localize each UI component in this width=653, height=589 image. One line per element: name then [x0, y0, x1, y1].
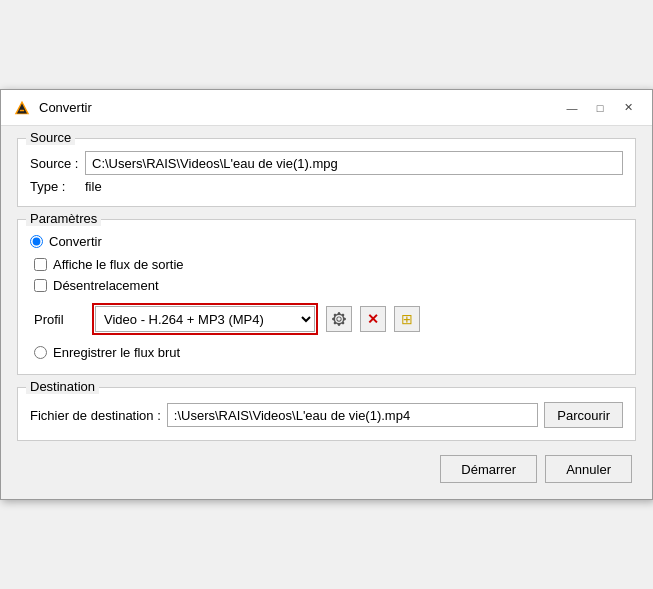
profil-delete-button[interactable]: ✕ [360, 306, 386, 332]
profil-label: Profil [34, 312, 84, 327]
desentrelacement-label: Désentrelacement [53, 278, 159, 293]
titlebar-left: Convertir [13, 99, 92, 117]
red-x-icon: ✕ [367, 311, 379, 327]
grid-icon: ⊞ [401, 311, 413, 327]
desentrelacement-checkbox-row: Désentrelacement [34, 278, 623, 293]
type-value: file [85, 179, 102, 194]
enregistrer-radio[interactable] [34, 346, 47, 359]
source-field-label: Source : [30, 156, 85, 171]
maximize-button[interactable]: □ [588, 98, 612, 118]
convertir-radio-row: Convertir [30, 234, 623, 249]
window-title: Convertir [39, 100, 92, 115]
type-label: Type : [30, 179, 85, 194]
source-section: Source Source : Type : file [17, 138, 636, 207]
destination-row: Fichier de destination : Parcourir [30, 402, 623, 428]
convertir-radio-label: Convertir [49, 234, 102, 249]
profil-select-wrapper: Video - H.264 + MP3 (MP4) Video - H.265 … [92, 303, 318, 335]
affiche-label: Affiche le flux de sortie [53, 257, 184, 272]
profil-gear-button[interactable] [326, 306, 352, 332]
svg-rect-2 [20, 109, 24, 110]
desentrelacement-checkbox[interactable] [34, 279, 47, 292]
affiche-checkbox[interactable] [34, 258, 47, 271]
close-button[interactable]: ✕ [616, 98, 640, 118]
annuler-button[interactable]: Annuler [545, 455, 632, 483]
destination-section: Destination Fichier de destination : Par… [17, 387, 636, 441]
enregistrer-label: Enregistrer le flux brut [53, 345, 180, 360]
profil-select[interactable]: Video - H.264 + MP3 (MP4) Video - H.265 … [95, 306, 315, 332]
type-row: Type : file [30, 179, 623, 194]
source-row: Source : [30, 151, 623, 175]
footer-buttons: Démarrer Annuler [17, 455, 636, 483]
affiche-checkbox-row: Affiche le flux de sortie [34, 257, 623, 272]
profil-row: Profil Video - H.264 + MP3 (MP4) Video -… [34, 303, 623, 335]
profil-grid-button[interactable]: ⊞ [394, 306, 420, 332]
titlebar: Convertir — □ ✕ [1, 90, 652, 126]
params-section-label: Paramètres [26, 211, 101, 226]
params-section: Paramètres Convertir Affiche le flux de … [17, 219, 636, 375]
destination-input[interactable] [167, 403, 538, 427]
source-section-label: Source [26, 130, 75, 145]
source-input[interactable] [85, 151, 623, 175]
vlc-icon [13, 99, 31, 117]
fichier-label: Fichier de destination : [30, 408, 161, 423]
convertir-radio[interactable] [30, 235, 43, 248]
gear-icon [332, 312, 346, 326]
destination-section-label: Destination [26, 379, 99, 394]
enregistrer-radio-row: Enregistrer le flux brut [34, 345, 623, 360]
parcourir-button[interactable]: Parcourir [544, 402, 623, 428]
content: Source Source : Type : file Paramètres C… [1, 126, 652, 499]
titlebar-buttons: — □ ✕ [560, 98, 640, 118]
demarrer-button[interactable]: Démarrer [440, 455, 537, 483]
minimize-button[interactable]: — [560, 98, 584, 118]
convertir-window: Convertir — □ ✕ Source Source : Type : f… [0, 89, 653, 500]
